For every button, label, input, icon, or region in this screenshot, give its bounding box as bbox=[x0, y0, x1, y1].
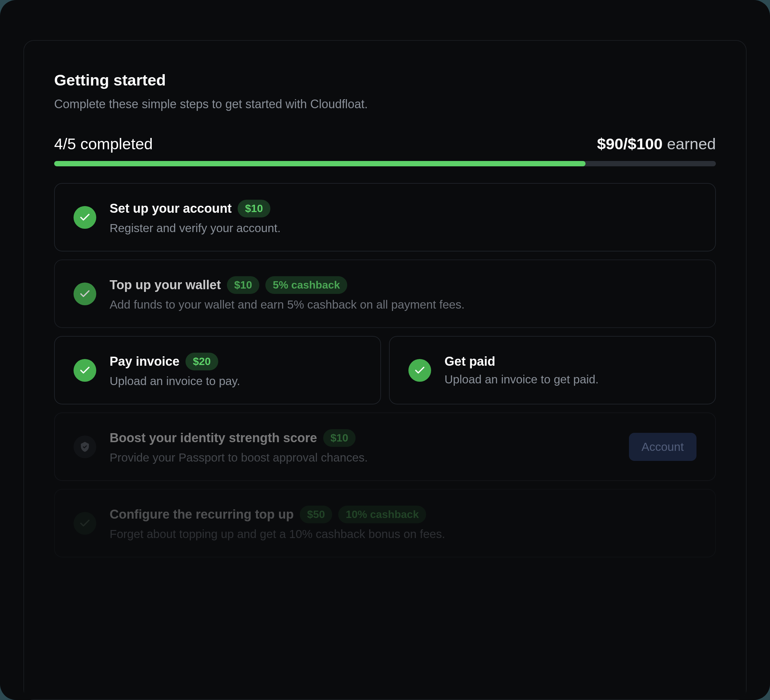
task-title-row: Get paid bbox=[445, 354, 697, 369]
check-icon bbox=[73, 206, 96, 229]
progress-row: 4/5 completed $90/$100 earned bbox=[54, 135, 716, 153]
reward-badge: $10 bbox=[238, 200, 270, 218]
task-desc: Provide your Passport to boost approval … bbox=[110, 451, 616, 464]
page-subtitle: Complete these simple steps to get start… bbox=[54, 97, 716, 111]
task-desc: Add funds to your wallet and earn 5% cas… bbox=[110, 298, 697, 311]
task-title: Boost your identity strength score bbox=[110, 431, 317, 445]
page-title: Getting started bbox=[54, 71, 716, 89]
task-title: Configure the recurring top up bbox=[110, 507, 294, 522]
fade-overlay bbox=[24, 599, 746, 699]
check-icon bbox=[408, 359, 431, 382]
progress-earned: $90/$100 earned bbox=[597, 135, 716, 153]
task-top-up[interactable]: Top up your wallet $10 5% cashback Add f… bbox=[54, 260, 716, 328]
task-desc: Upload an invoice to pay. bbox=[110, 374, 362, 388]
reward-badge: $10 bbox=[227, 276, 259, 294]
task-title-row: Set up your account $10 bbox=[110, 200, 697, 218]
progress-bar bbox=[54, 161, 716, 166]
task-boost-identity[interactable]: Boost your identity strength score $10 P… bbox=[54, 413, 716, 481]
task-content: Configure the recurring top up $50 10% c… bbox=[110, 506, 697, 541]
task-title: Pay invoice bbox=[110, 354, 180, 369]
cashback-badge: 5% cashback bbox=[265, 276, 347, 294]
task-recurring-topup[interactable]: Configure the recurring top up $50 10% c… bbox=[54, 489, 716, 557]
task-content: Pay invoice $20 Upload an invoice to pay… bbox=[110, 353, 362, 388]
task-desc: Register and verify your account. bbox=[110, 221, 697, 235]
task-pay-invoice[interactable]: Pay invoice $20 Upload an invoice to pay… bbox=[54, 336, 381, 405]
task-title-row: Configure the recurring top up $50 10% c… bbox=[110, 506, 697, 523]
reward-badge: $10 bbox=[323, 429, 356, 447]
task-content: Set up your account $10 Register and ver… bbox=[110, 200, 697, 235]
progress-fill bbox=[54, 161, 586, 166]
task-content: Get paid Upload an invoice to get paid. bbox=[445, 354, 697, 386]
shield-icon bbox=[73, 435, 96, 458]
getting-started-panel: Getting started Complete these simple st… bbox=[23, 40, 747, 700]
task-setup-account[interactable]: Set up your account $10 Register and ver… bbox=[54, 183, 716, 252]
progress-earned-label: earned bbox=[663, 135, 716, 153]
task-get-paid[interactable]: Get paid Upload an invoice to get paid. bbox=[389, 336, 716, 405]
task-desc: Upload an invoice to get paid. bbox=[445, 373, 697, 386]
reward-badge: $20 bbox=[186, 353, 218, 370]
progress-completed: 4/5 completed bbox=[54, 135, 153, 153]
task-title: Set up your account bbox=[110, 202, 231, 216]
progress-earned-amount: $90/$100 bbox=[597, 135, 663, 153]
task-content: Top up your wallet $10 5% cashback Add f… bbox=[110, 276, 697, 311]
app-frame: Getting started Complete these simple st… bbox=[0, 0, 770, 700]
reward-badge: $50 bbox=[300, 506, 332, 523]
task-desc: Forget about topping up and get a 10% ca… bbox=[110, 527, 697, 541]
task-title-row: Boost your identity strength score $10 bbox=[110, 429, 616, 447]
check-icon bbox=[73, 512, 96, 535]
cashback-badge: 10% cashback bbox=[338, 506, 426, 523]
task-title-row: Top up your wallet $10 5% cashback bbox=[110, 276, 697, 294]
task-row-split: Pay invoice $20 Upload an invoice to pay… bbox=[54, 336, 716, 405]
check-icon bbox=[73, 282, 96, 305]
check-icon bbox=[73, 359, 96, 382]
task-title: Top up your wallet bbox=[110, 278, 221, 292]
task-content: Boost your identity strength score $10 P… bbox=[110, 429, 616, 464]
task-title: Get paid bbox=[445, 354, 495, 369]
account-button[interactable]: Account bbox=[629, 433, 697, 461]
task-title-row: Pay invoice $20 bbox=[110, 353, 362, 370]
